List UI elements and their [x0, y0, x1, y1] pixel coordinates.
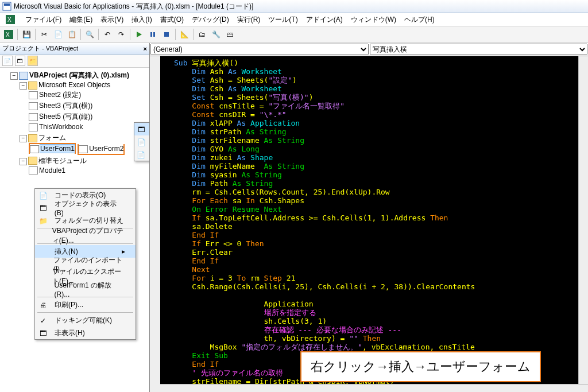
menu-addins[interactable]: アドイン(A) [303, 14, 346, 26]
view-code-button[interactable]: 📄 [2, 56, 13, 66]
sub-module[interactable]: 📄標準モジュール(M) [134, 135, 149, 148]
code-editor[interactable]: Sub 写真挿入横() Dim Ash As Worksheet Set Ash… [150, 56, 588, 392]
design-mode-button[interactable]: 📐 [178, 28, 191, 41]
module1-item[interactable]: Module1 [39, 166, 65, 174]
ctx-toggle-folders[interactable]: 📁フォルダーの切り替え [35, 214, 136, 227]
userform2-item[interactable]: UserForm2 [89, 145, 123, 153]
project-explorer-title-text: プロジェクト - VBAProject [2, 44, 78, 53]
sub-userform[interactable]: 🗔ユーザー フォーム(U) [134, 123, 149, 135]
insert-submenu[interactable]: 🗔ユーザー フォーム(U) 📄標準モジュール(M) 📄クラス モジュール(C) [134, 122, 149, 161]
svg-rect-8 [153, 32, 155, 37]
properties-button[interactable]: 🔧 [210, 28, 222, 41]
menu-file[interactable]: ファイル(F) [22, 14, 65, 26]
context-menu[interactable]: 📄コードの表示(O) 🗔オブジェクトの表示(B) 📁フォルダーの切り替え VBA… [34, 188, 136, 340]
project-tree[interactable]: −VBAProject (写真挿入 (0).xlsm) −Microsoft E… [0, 68, 149, 392]
menu-format[interactable]: 書式(O) [157, 14, 187, 26]
project-root[interactable]: VBAProject (写真挿入 (0).xlsm) [29, 71, 129, 79]
copy-button[interactable]: 📄 [52, 28, 64, 41]
paste-button[interactable]: 📋 [65, 28, 78, 41]
sheet-item[interactable]: ThisWorkbook [39, 123, 83, 131]
ctx-hide[interactable]: 🗔非表示(H) [35, 327, 136, 339]
sub-class-module[interactable]: 📄クラス モジュール(C) [134, 148, 149, 161]
title-bar: Microsoft Visual Basic for Applications … [0, 0, 588, 13]
ctx-print[interactable]: 🖨印刷(P)... [35, 298, 136, 311]
menu-insert[interactable]: 挿入(I) [128, 14, 155, 26]
ctx-dockable[interactable]: ✓ドッキング可能(K) [35, 314, 136, 327]
menu-view[interactable]: 表示(V) [97, 14, 127, 26]
ctx-view-object[interactable]: 🗔オブジェクトの表示(B) [35, 201, 136, 214]
object-browser-button[interactable]: 🗃 [223, 28, 236, 41]
cut-button[interactable]: ✂ [38, 28, 51, 41]
annotation-callout: 右クリック→挿入→ユーザーフォーム [300, 351, 541, 382]
run-button[interactable] [133, 28, 145, 41]
project-explorer: プロジェクト - VBAProject × 📄 🗔 📁 −VBAProject … [0, 43, 150, 392]
code-pane: (General) 写真挿入横 Sub 写真挿入横() Dim Ash As W… [150, 43, 588, 392]
project-explorer-button[interactable]: 🗂 [196, 28, 208, 41]
horizontal-scrollbar[interactable] [160, 384, 588, 392]
folder-excel-objects[interactable]: Microsoft Excel Objects [38, 81, 110, 89]
menu-help[interactable]: ヘルプ(H) [401, 14, 438, 26]
svg-rect-1 [4, 3, 10, 6]
find-button[interactable]: 🔍 [83, 28, 96, 41]
ctx-properties[interactable]: VBAProject のプロパティ(E)... [35, 230, 136, 242]
folder-modules[interactable]: 標準モジュール [38, 157, 87, 165]
toolbar: X 💾 ✂ 📄 📋 🔍 ↶ ↷ 📐 🗂 🔧 🗃 [0, 26, 588, 43]
sheet-item[interactable]: Sheet5 (写真(縦)) [39, 112, 92, 121]
folder-forms[interactable]: フォーム [38, 134, 66, 142]
ctx-remove[interactable]: UserForm1 の解放(R)... [35, 283, 136, 296]
sheet-item[interactable]: Sheet3 (写真(横)) [39, 102, 92, 110]
view-excel-button[interactable]: X [2, 28, 15, 41]
procedure-dropdown[interactable]: 写真挿入横 [370, 44, 588, 55]
userform1-item[interactable]: UserForm1 [40, 145, 75, 153]
sheet-item[interactable]: Sheet2 (設定) [39, 91, 81, 99]
svg-rect-7 [150, 32, 152, 37]
object-dropdown[interactable]: (General) [150, 44, 369, 55]
vba-icon [2, 2, 11, 11]
toggle-folders-button[interactable]: 📁 [28, 56, 38, 66]
menu-debug[interactable]: デバッグ(D) [188, 14, 233, 26]
title-text: Microsoft Visual Basic for Applications … [14, 2, 253, 11]
break-button[interactable] [146, 28, 159, 41]
project-explorer-title: プロジェクト - VBAProject × [0, 43, 149, 55]
redo-button[interactable]: ↷ [115, 28, 127, 41]
excel-icon: X [2, 14, 18, 25]
menu-bar[interactable]: X ファイル(F) 編集(E) 表示(V) 挿入(I) 書式(O) デバッグ(D… [0, 13, 588, 26]
save-button[interactable]: 💾 [20, 28, 33, 41]
svg-marker-6 [137, 32, 142, 37]
reset-button[interactable] [160, 28, 173, 41]
svg-text:X: X [7, 17, 11, 23]
menu-tools[interactable]: ツール(T) [265, 14, 301, 26]
menu-window[interactable]: ウィンドウ(W) [347, 14, 400, 26]
project-toolbar: 📄 🗔 📁 [0, 55, 149, 68]
svg-text:X: X [6, 32, 10, 38]
menu-run[interactable]: 実行(R) [234, 14, 264, 26]
undo-button[interactable]: ↶ [101, 28, 114, 41]
svg-rect-9 [164, 32, 169, 37]
menu-edit[interactable]: 編集(E) [66, 14, 96, 26]
vertical-scrollbar[interactable] [578, 56, 588, 385]
view-object-button[interactable]: 🗔 [15, 56, 25, 66]
close-icon[interactable]: × [144, 45, 147, 52]
